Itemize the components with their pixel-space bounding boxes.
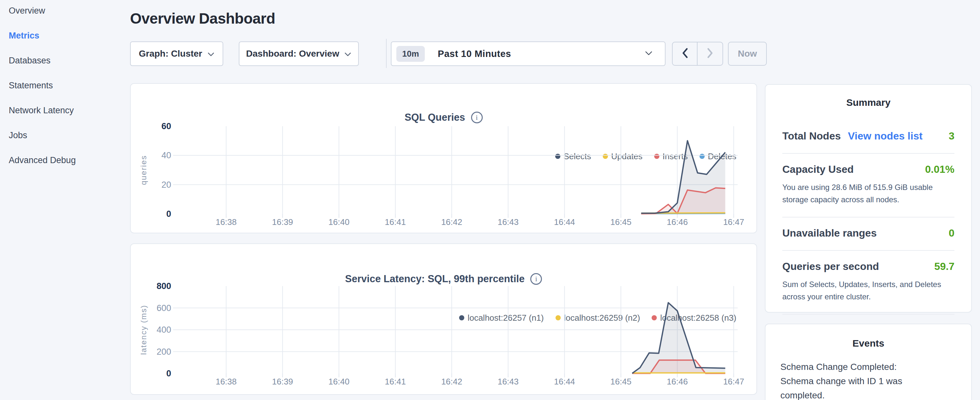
- svg-text:16:45: 16:45: [611, 217, 632, 227]
- summary-label: Queries per second: [782, 261, 879, 273]
- svg-text:16:39: 16:39: [272, 217, 293, 227]
- summary-row-queries-per-second: Queries per second 59.7 Sum of Selects, …: [782, 251, 955, 315]
- sidebar-item-statements[interactable]: Statements: [0, 73, 129, 98]
- svg-text:16:47: 16:47: [723, 217, 744, 227]
- svg-text:16:38: 16:38: [215, 377, 237, 386]
- chevron-down-icon: [645, 51, 652, 57]
- svg-text:16:39: 16:39: [272, 377, 293, 386]
- dashboard-dropdown-label: Dashboard: Overview: [246, 49, 339, 59]
- svg-text:60: 60: [161, 121, 171, 131]
- sidebar-item-overview[interactable]: Overview: [0, 0, 129, 23]
- summary-row-unavailable-ranges: Unavailable ranges 0: [782, 217, 955, 251]
- svg-text:16:40: 16:40: [328, 377, 349, 386]
- summary-card: Summary Total Nodes View nodes list 3 Ca…: [765, 84, 972, 312]
- sidebar-item-metrics[interactable]: Metrics: [0, 23, 129, 48]
- summary-value: 3: [949, 130, 955, 142]
- page-title: Overview Dashboard: [130, 10, 275, 27]
- time-range-badge: 10m: [396, 46, 425, 62]
- time-step-buttons: [672, 42, 723, 66]
- events-title: Events: [780, 334, 956, 349]
- summary-value: 0.01%: [925, 163, 955, 175]
- summary-row-total-nodes: Total Nodes View nodes list 3: [782, 120, 955, 154]
- svg-text:16:46: 16:46: [667, 377, 688, 386]
- svg-text:16:41: 16:41: [385, 377, 406, 386]
- summary-label: Capacity Used: [782, 163, 854, 175]
- sidebar: Overview Metrics Databases Statements Ne…: [0, 0, 129, 173]
- time-step-forward-button[interactable]: [698, 42, 722, 65]
- summary-row-capacity-used: Capacity Used 0.01% You are using 28.6 M…: [782, 154, 955, 217]
- sidebar-item-network-latency[interactable]: Network Latency: [0, 98, 129, 123]
- now-button[interactable]: Now: [728, 42, 767, 66]
- divider: [386, 39, 387, 68]
- svg-text:16:42: 16:42: [441, 217, 462, 227]
- view-nodes-list-link[interactable]: View nodes list: [848, 130, 923, 142]
- svg-text:600: 600: [157, 303, 171, 313]
- time-step-back-button[interactable]: [673, 42, 698, 65]
- service-latency-chart[interactable]: 16:3816:3916:4016:4116:4216:4316:4416:45…: [131, 244, 756, 394]
- svg-text:40: 40: [161, 150, 171, 160]
- time-range-label: Past 10 Minutes: [438, 49, 511, 59]
- svg-text:20: 20: [161, 180, 171, 190]
- svg-text:800: 800: [157, 281, 171, 291]
- summary-description: You are using 28.6 MiB of 515.9 GiB usab…: [782, 181, 954, 206]
- chevron-right-icon: [707, 48, 713, 59]
- sql-queries-panel: SQL Queries i SelectsUpdatesInsertsDelet…: [130, 83, 757, 233]
- summary-label: Unavailable ranges: [782, 227, 877, 239]
- svg-text:200: 200: [157, 347, 171, 357]
- svg-text:0: 0: [166, 209, 171, 219]
- sql-queries-chart[interactable]: 16:3816:3916:4016:4116:4216:4316:4416:45…: [131, 84, 756, 233]
- summary-description: Sum of Selects, Updates, Inserts, and De…: [782, 278, 954, 303]
- svg-text:16:41: 16:41: [385, 217, 406, 227]
- service-latency-panel: Service Latency: SQL, 99th percentile i …: [130, 243, 757, 395]
- svg-text:16:46: 16:46: [667, 217, 688, 227]
- summary-value: 59.7: [934, 261, 955, 273]
- dashboard-dropdown[interactable]: Dashboard: Overview: [239, 41, 359, 66]
- svg-text:16:45: 16:45: [611, 377, 632, 386]
- events-card: Events Schema Change Completed: Schema c…: [765, 324, 972, 400]
- sidebar-item-jobs[interactable]: Jobs: [0, 123, 129, 148]
- graph-dropdown[interactable]: Graph: Cluster: [130, 41, 223, 66]
- summary-value: 0: [949, 227, 955, 239]
- svg-text:0: 0: [166, 369, 171, 378]
- svg-text:16:47: 16:47: [723, 377, 744, 386]
- summary-title: Summary: [782, 93, 955, 108]
- svg-text:400: 400: [157, 325, 171, 335]
- svg-text:16:43: 16:43: [498, 217, 519, 227]
- controls-bar: Graph: Cluster Dashboard: Overview 10m P…: [130, 41, 777, 66]
- chevron-down-icon: [344, 49, 352, 59]
- svg-text:16:44: 16:44: [554, 217, 575, 227]
- svg-text:16:44: 16:44: [554, 377, 575, 386]
- chevron-left-icon: [682, 48, 688, 59]
- sidebar-item-databases[interactable]: Databases: [0, 48, 129, 73]
- event-message: Schema Change Completed: Schema change w…: [780, 360, 929, 400]
- svg-text:16:38: 16:38: [215, 217, 237, 227]
- time-range-selector[interactable]: 10m Past 10 Minutes: [391, 41, 665, 66]
- svg-text:16:40: 16:40: [328, 217, 349, 227]
- summary-label: Total Nodes: [782, 130, 841, 142]
- chevron-down-icon: [207, 49, 215, 59]
- svg-text:16:43: 16:43: [498, 377, 519, 386]
- graph-dropdown-label: Graph: Cluster: [139, 49, 202, 59]
- event-list-item[interactable]: Schema Change Completed: Schema change w…: [780, 360, 956, 400]
- svg-text:queries: queries: [139, 155, 148, 185]
- svg-text:16:42: 16:42: [441, 377, 462, 386]
- svg-text:latency (ms): latency (ms): [139, 305, 148, 355]
- sidebar-item-advanced-debug[interactable]: Advanced Debug: [0, 148, 129, 173]
